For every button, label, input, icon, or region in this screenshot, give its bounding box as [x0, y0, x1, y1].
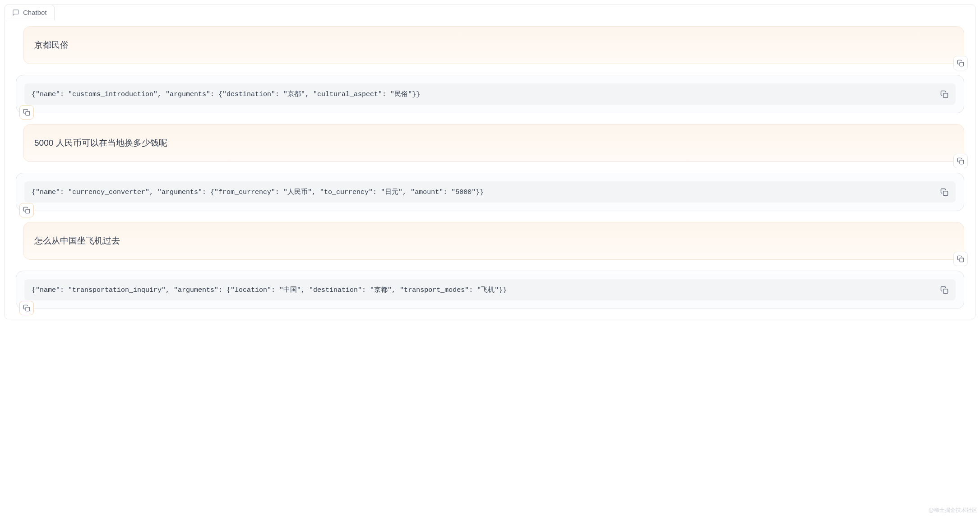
tab-chatbot[interactable]: Chatbot [5, 5, 55, 20]
svg-rect-4 [943, 191, 948, 195]
code-block: {"name": "transportation_inquiry", "argu… [24, 279, 956, 300]
copy-code-button[interactable] [940, 286, 948, 294]
bot-message: {"name": "customs_introduction", "argume… [16, 75, 964, 113]
copy-icon [957, 60, 964, 67]
copy-icon [957, 157, 964, 165]
copy-icon [957, 255, 964, 263]
copy-button[interactable] [953, 56, 968, 70]
bot-message-wrapper: {"name": "customs_introduction", "argume… [16, 75, 964, 113]
svg-rect-0 [960, 62, 964, 66]
copy-button[interactable] [953, 154, 968, 168]
copy-icon [23, 207, 30, 214]
svg-rect-6 [960, 258, 964, 262]
user-message-wrapper: 怎么从中国坐飞机过去 [23, 222, 964, 260]
bot-message: {"name": "transportation_inquiry", "argu… [16, 271, 964, 309]
svg-rect-7 [943, 289, 948, 293]
app-container: Chatbot 京都民俗 {"name": "customs_introduct… [5, 5, 975, 319]
code-text: {"name": "customs_introduction", "argume… [32, 90, 935, 98]
tab-label: Chatbot [23, 9, 47, 16]
bot-message: {"name": "currency_converter", "argument… [16, 173, 964, 211]
svg-rect-8 [26, 307, 30, 311]
svg-rect-5 [26, 209, 30, 213]
user-message: 怎么从中国坐飞机过去 [23, 222, 964, 260]
copy-icon [23, 304, 30, 312]
user-message-wrapper: 5000 人民币可以在当地换多少钱呢 [23, 124, 964, 162]
copy-button[interactable] [953, 252, 968, 266]
code-text: {"name": "transportation_inquiry", "argu… [32, 286, 935, 294]
copy-icon [940, 188, 948, 196]
copy-button[interactable] [19, 203, 34, 217]
copy-button[interactable] [19, 105, 34, 120]
code-block: {"name": "currency_converter", "argument… [24, 181, 956, 203]
code-text: {"name": "currency_converter", "argument… [32, 188, 935, 196]
svg-rect-2 [26, 111, 30, 115]
copy-icon [940, 286, 948, 294]
copy-button[interactable] [19, 301, 34, 315]
copy-code-button[interactable] [940, 188, 948, 196]
user-message: 5000 人民币可以在当地换多少钱呢 [23, 124, 964, 162]
svg-rect-1 [943, 93, 948, 97]
chat-icon [12, 9, 19, 16]
copy-icon [940, 90, 948, 98]
svg-rect-3 [960, 160, 964, 164]
copy-icon [23, 109, 30, 116]
user-message: 京都民俗 [23, 26, 964, 64]
bot-message-wrapper: {"name": "transportation_inquiry", "argu… [16, 271, 964, 309]
code-block: {"name": "customs_introduction", "argume… [24, 83, 956, 105]
copy-code-button[interactable] [940, 90, 948, 98]
user-message-wrapper: 京都民俗 [23, 26, 964, 64]
bot-message-wrapper: {"name": "currency_converter", "argument… [16, 173, 964, 211]
chat-content: 京都民俗 {"name": "customs_introduction", "a… [5, 21, 975, 319]
